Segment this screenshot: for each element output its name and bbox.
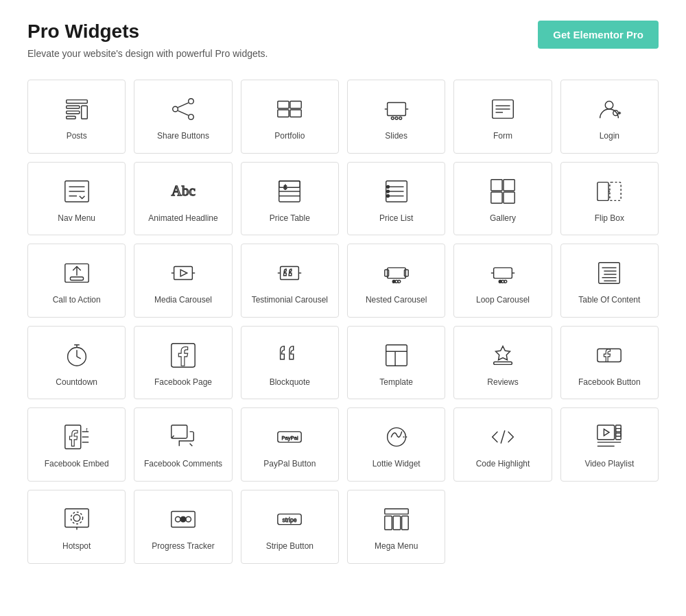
widget-label-testimonial-carousel: Testimonial Carousel: [252, 295, 328, 306]
page-subtitle: Elevate your website's design with power…: [27, 48, 268, 59]
svg-point-113: [176, 517, 181, 522]
svg-rect-47: [598, 182, 608, 200]
widget-card-lottie-widget[interactable]: Lottie Widget: [347, 407, 445, 482]
media-carousel-icon: [168, 258, 198, 288]
page-title: Pro Widgets: [27, 21, 268, 43]
gallery-icon: [488, 176, 518, 206]
widget-card-facebook-comments[interactable]: Facebook Comments: [134, 407, 232, 482]
widget-card-countdown[interactable]: Countdown: [27, 326, 126, 400]
widget-card-loop-carousel[interactable]: Loop Carousel: [453, 244, 552, 318]
widget-label-call-to-action: Call to Action: [53, 295, 101, 306]
widget-label-hotspot: Hotspot: [62, 541, 91, 552]
widget-card-gallery[interactable]: Gallery: [453, 162, 552, 236]
facebook-comments-icon: [168, 422, 198, 452]
widget-label-login: Login: [600, 131, 619, 142]
paypal-button-icon: PayPal: [274, 422, 305, 452]
svg-rect-101: [598, 425, 615, 440]
svg-point-19: [399, 117, 401, 119]
widget-label-form: Form: [493, 131, 512, 142]
svg-point-115: [186, 517, 191, 522]
widget-card-login[interactable]: Login: [560, 80, 659, 154]
widget-card-code-highlight[interactable]: Code Highlight: [453, 407, 552, 482]
widget-card-template[interactable]: Template: [347, 326, 445, 400]
widget-card-stripe-button[interactable]: stripeStripe Button: [241, 490, 339, 564]
widget-label-countdown: Countdown: [56, 377, 97, 388]
widget-card-facebook-embed[interactable]: fFacebook Embed: [27, 407, 126, 482]
loop-carousel-icon: [488, 258, 518, 288]
svg-point-7: [189, 115, 194, 120]
widget-card-share-buttons[interactable]: Share Buttons: [134, 80, 232, 154]
widget-label-table-of-content: Table Of Content: [578, 295, 640, 306]
stripe-button-icon: stripe: [274, 504, 305, 534]
widget-label-nav-menu: Nav Menu: [58, 213, 95, 224]
svg-rect-51: [70, 277, 83, 281]
page-header: Pro Widgets Elevate your website's desig…: [27, 21, 659, 59]
svg-point-114: [180, 517, 186, 522]
widget-card-slides[interactable]: Slides: [347, 80, 445, 154]
widget-label-nested-carousel: Nested Carousel: [366, 295, 427, 306]
widget-card-blockquote[interactable]: Blockquote: [241, 326, 339, 400]
svg-rect-60: [387, 268, 405, 279]
mega-menu-icon: [381, 504, 412, 534]
widget-label-video-playlist: Video Playlist: [584, 459, 634, 470]
widget-card-form[interactable]: Form: [453, 80, 552, 154]
svg-marker-102: [604, 429, 610, 436]
widget-card-reviews[interactable]: Reviews: [453, 326, 552, 400]
widget-label-price-list: Price List: [379, 213, 413, 224]
countdown-icon: [62, 340, 92, 370]
svg-point-98: [387, 428, 405, 447]
widget-label-posts: Posts: [67, 131, 87, 142]
share-icon: [168, 94, 198, 124]
posts-icon: [62, 94, 92, 124]
widget-card-nested-carousel[interactable]: Nested Carousel: [347, 244, 445, 318]
widget-card-flip-box[interactable]: Flip Box: [560, 162, 659, 236]
widget-card-video-playlist[interactable]: Video Playlist: [560, 407, 659, 482]
widget-label-code-highlight: Code Highlight: [476, 459, 530, 470]
form-icon: [488, 94, 518, 124]
svg-line-81: [77, 357, 81, 359]
widget-card-call-to-action[interactable]: Call to Action: [27, 244, 126, 318]
widget-label-flip-box: Flip Box: [595, 213, 624, 224]
svg-rect-43: [491, 179, 502, 190]
widget-label-facebook-embed: Facebook Embed: [45, 459, 109, 470]
svg-line-100: [501, 431, 505, 444]
widget-card-hotspot[interactable]: Hotspot: [27, 490, 126, 564]
widget-card-mega-menu[interactable]: Mega Menu: [347, 490, 445, 564]
template-icon: [381, 340, 412, 370]
widget-label-gallery: Gallery: [490, 213, 516, 224]
widget-label-animated-headline: Animated Headline: [148, 213, 217, 224]
flip-box-icon: [594, 176, 624, 206]
widget-card-portfolio[interactable]: Portfolio: [241, 80, 339, 154]
widget-label-mega-menu: Mega Menu: [375, 541, 418, 552]
widget-card-paypal-button[interactable]: PayPalPayPal Button: [241, 407, 339, 482]
widget-card-posts[interactable]: Posts: [27, 80, 126, 154]
svg-rect-12: [278, 110, 289, 117]
widget-card-price-table[interactable]: $Price Table: [241, 162, 339, 236]
svg-rect-123: [401, 516, 408, 530]
svg-point-66: [398, 281, 401, 283]
widget-card-nav-menu[interactable]: Nav Menu: [27, 162, 126, 236]
svg-rect-89: [598, 348, 621, 362]
svg-rect-104: [616, 429, 622, 432]
widget-label-paypal-button: PayPal Button: [263, 459, 316, 470]
svg-point-40: [386, 185, 389, 188]
widget-card-progress-tracker[interactable]: Progress Tracker: [134, 490, 232, 564]
facebook-button-icon: [594, 340, 624, 370]
svg-rect-46: [504, 192, 514, 203]
svg-rect-13: [290, 110, 301, 117]
call-to-action-icon: [62, 258, 92, 288]
widget-card-media-carousel[interactable]: Media Carousel: [134, 244, 232, 318]
login-icon: [594, 94, 624, 124]
widget-card-price-list[interactable]: Price List: [347, 162, 445, 236]
nested-carousel-icon: [381, 258, 412, 288]
widget-card-testimonial-carousel[interactable]: Testimonial Carousel: [241, 244, 339, 318]
widget-card-animated-headline[interactable]: AbcAnimated Headline: [134, 162, 232, 236]
widget-label-slides: Slides: [385, 131, 407, 142]
svg-point-24: [606, 102, 613, 109]
facebook-page-icon: [168, 340, 198, 370]
widget-card-facebook-page[interactable]: Facebook Page: [134, 326, 232, 400]
widget-card-table-of-content[interactable]: Table Of Content: [560, 244, 659, 318]
get-pro-button[interactable]: Get Elementor Pro: [538, 21, 659, 49]
svg-rect-105: [616, 434, 622, 437]
widget-card-facebook-button[interactable]: Facebook Button: [560, 326, 659, 400]
